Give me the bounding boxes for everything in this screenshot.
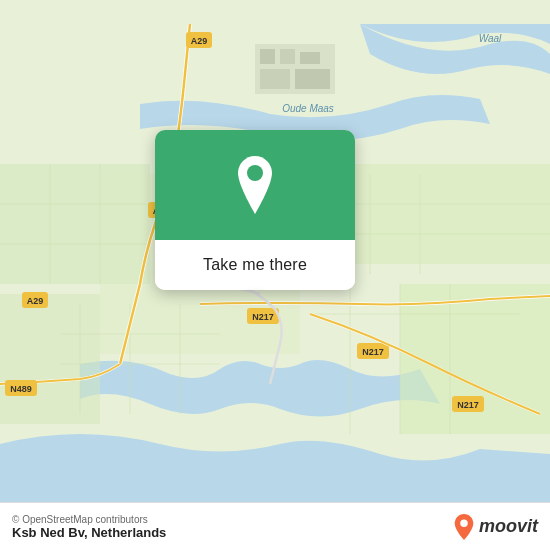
svg-text:N489: N489 — [10, 384, 32, 394]
svg-text:N217: N217 — [362, 347, 384, 357]
svg-rect-47 — [260, 69, 290, 89]
svg-text:A29: A29 — [27, 296, 44, 306]
footer-bar: © OpenStreetMap contributors Ksb Ned Bv,… — [0, 502, 550, 550]
svg-rect-44 — [260, 49, 275, 64]
svg-rect-2 — [0, 294, 100, 424]
svg-rect-46 — [300, 52, 320, 64]
moovit-logo: moovit — [453, 514, 538, 540]
location-name: Ksb Ned Bv, Netherlands — [12, 525, 166, 540]
moovit-pin-icon — [453, 514, 475, 540]
svg-rect-48 — [295, 69, 330, 89]
take-me-there-button[interactable]: Take me there — [155, 240, 355, 290]
location-pin-icon — [231, 156, 279, 214]
popup-green-header — [155, 130, 355, 240]
svg-text:N217: N217 — [457, 400, 479, 410]
attribution-text: © OpenStreetMap contributors — [12, 514, 166, 525]
svg-point-50 — [460, 519, 467, 526]
svg-text:Oude Maas: Oude Maas — [282, 103, 334, 114]
svg-text:Waal: Waal — [479, 33, 502, 44]
map-container: A29 A29 A29 N217 N217 N217 N489 Waal Oud… — [0, 0, 550, 550]
footer-left: © OpenStreetMap contributors Ksb Ned Bv,… — [12, 514, 166, 540]
popup-card: Take me there — [155, 130, 355, 290]
svg-text:A29: A29 — [191, 36, 208, 46]
svg-text:N217: N217 — [252, 312, 274, 322]
svg-point-49 — [247, 165, 263, 181]
svg-rect-45 — [280, 49, 295, 64]
moovit-label: moovit — [479, 516, 538, 537]
